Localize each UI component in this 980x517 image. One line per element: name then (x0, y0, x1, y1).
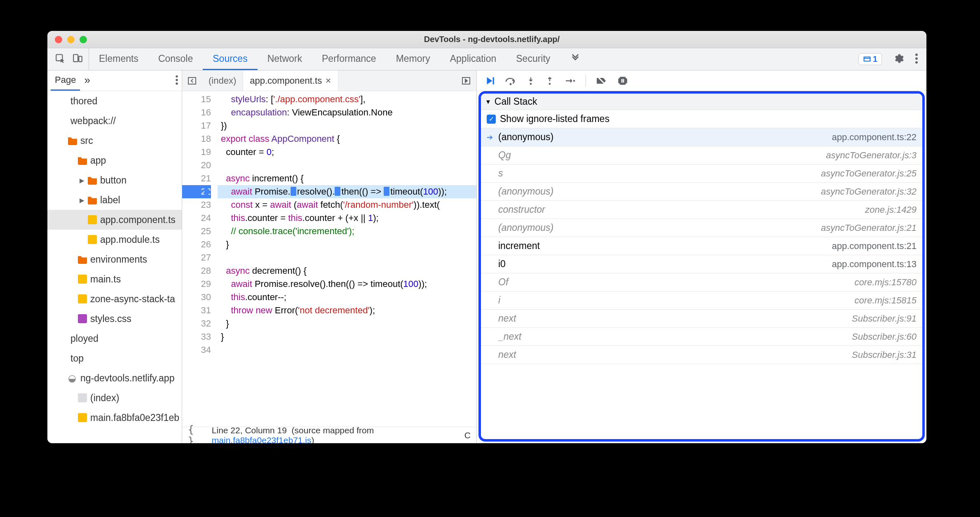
tab-application[interactable]: Application (440, 48, 506, 70)
tab-network[interactable]: Network (258, 48, 312, 70)
call-stack-frame[interactable]: (anonymous)asyncToGenerator.js:32 (481, 183, 922, 201)
tree-item[interactable]: webpack:// (47, 111, 182, 131)
tree-item[interactable]: (index) (47, 388, 182, 408)
frame-function: Qg (498, 150, 822, 161)
pretty-print-icon[interactable]: { } (188, 424, 204, 444)
call-stack-frame[interactable]: incrementapp.component.ts:21 (481, 237, 922, 255)
file-icon (78, 393, 87, 402)
svg-point-6 (176, 75, 178, 77)
tree-item[interactable]: app (47, 150, 182, 170)
navigator-tab-overflow[interactable]: » (80, 70, 94, 91)
tree-item[interactable]: ◒ng-devtools.netlify.app (47, 368, 182, 388)
tree-item-label: (index) (90, 388, 119, 408)
frame-function: (anonymous) (498, 222, 817, 233)
tree-item[interactable]: main.ts (47, 269, 182, 289)
svg-point-12 (510, 83, 512, 85)
show-ignored-frames-row[interactable]: ✓ Show ignore-listed frames (481, 110, 922, 128)
frame-location: asyncToGenerator.js:25 (821, 168, 917, 179)
editor-tab[interactable]: app.component.ts✕ (243, 70, 338, 91)
tab-security[interactable]: Security (506, 48, 560, 70)
code-viewer[interactable]: 1516171819202122232425262728293031323334… (182, 91, 476, 427)
navigator-tab-page[interactable]: Page (51, 70, 80, 91)
zoom-window-icon[interactable] (80, 36, 87, 43)
frame-function: next (498, 313, 848, 324)
inspect-icon[interactable] (55, 53, 66, 66)
tree-item[interactable]: environments (47, 249, 182, 269)
tree-item-label: app.module.ts (100, 230, 159, 249)
tree-item[interactable]: ▸button (47, 170, 182, 190)
tab-performance[interactable]: Performance (312, 48, 386, 70)
more-icon[interactable] (915, 53, 918, 66)
svg-point-15 (573, 80, 575, 82)
tab-elements[interactable]: Elements (89, 48, 148, 70)
call-stack-frame[interactable]: constructorzone.js:1429 (481, 201, 922, 219)
devtools-window: DevTools - ng-devtools.netlify.app/ Elem… (47, 31, 926, 443)
editor-tab[interactable]: (index) (202, 70, 243, 91)
editor-tabs: (index)app.component.ts✕ (182, 70, 476, 91)
deactivate-breakpoints-icon[interactable] (596, 76, 607, 86)
tab-console[interactable]: Console (148, 48, 203, 70)
call-stack-frame[interactable]: icore.mjs:15815 (481, 291, 922, 310)
svg-point-13 (530, 83, 532, 85)
debugger-panel: ▼ Call Stack ✓ Show ignore-listed frames… (477, 70, 926, 443)
navigator-tabs: Page » (47, 70, 182, 91)
frame-location: app.component.ts:13 (832, 259, 917, 270)
settings-icon[interactable] (893, 53, 904, 66)
frame-location: app.component.ts:21 (832, 241, 917, 251)
issues-badge[interactable]: 1 (858, 53, 882, 65)
call-stack-frame[interactable]: QgasyncToGenerator.js:3 (481, 146, 922, 164)
minimize-window-icon[interactable] (67, 36, 75, 43)
folder-icon (88, 195, 97, 204)
editor-nav-back-icon[interactable] (182, 70, 202, 91)
call-stack-frame[interactable]: sasyncToGenerator.js:25 (481, 164, 922, 183)
call-stack-header[interactable]: ▼ Call Stack (481, 94, 922, 110)
navigator-more-icon[interactable] (175, 75, 178, 87)
call-stack-frame[interactable]: Ofcore.mjs:15780 (481, 273, 922, 291)
tab-overflow[interactable] (560, 48, 591, 70)
tab-memory[interactable]: Memory (386, 48, 440, 70)
call-stack-frame[interactable]: nextSubscriber.js:91 (481, 310, 922, 328)
tree-item-label: main.fa8bfa0e23f1eb (90, 408, 179, 428)
device-toggle-icon[interactable] (72, 53, 83, 66)
tree-item[interactable]: ▸label (47, 190, 182, 210)
cursor-position: Line 22, Column 19 (212, 425, 287, 435)
tree-item-label: ng-devtools.netlify.app (80, 368, 174, 388)
svg-point-5 (915, 61, 918, 63)
call-stack-frame[interactable]: i0app.component.ts:13 (481, 255, 922, 273)
tree-item[interactable]: app.module.ts (47, 230, 182, 249)
current-frame-icon: ➔ (487, 133, 494, 142)
file-icon (78, 275, 87, 284)
tree-item[interactable]: src (47, 131, 182, 150)
frame-function: Of (498, 277, 851, 288)
section-title: Call Stack (495, 96, 537, 107)
call-stack-frame[interactable]: (anonymous)asyncToGenerator.js:21 (481, 219, 922, 237)
checkbox-checked-icon[interactable]: ✓ (487, 115, 496, 124)
tree-item[interactable]: thored (47, 91, 182, 111)
tree-item[interactable]: styles.css (47, 309, 182, 329)
cloud-icon: ◒ (68, 368, 77, 388)
pause-on-exceptions-icon[interactable] (617, 75, 628, 86)
tree-item[interactable]: top (47, 348, 182, 368)
step-over-icon[interactable] (505, 75, 516, 86)
source-map-link[interactable]: main.fa8bfa0e23f1eb71.js (212, 435, 312, 444)
tab-sources[interactable]: Sources (203, 48, 257, 70)
tree-item[interactable]: app.component.ts (47, 210, 182, 230)
call-stack-frame[interactable]: nextSubscriber.js:31 (481, 346, 922, 364)
step-into-icon[interactable] (526, 75, 535, 86)
step-out-icon[interactable] (545, 75, 554, 86)
tree-item-label: button (100, 170, 127, 190)
editor-run-snippet-icon[interactable] (456, 70, 476, 91)
resume-icon[interactable] (484, 75, 495, 86)
frame-function: i (498, 295, 851, 306)
close-window-icon[interactable] (55, 36, 62, 43)
call-stack-frame[interactable]: ➔(anonymous)app.component.ts:22 (481, 128, 922, 146)
tree-item[interactable]: zone-async-stack-ta (47, 289, 182, 309)
file-icon (78, 413, 87, 422)
step-icon[interactable] (564, 76, 576, 85)
frame-location: Subscriber.js:60 (852, 331, 917, 342)
file-icon (88, 215, 97, 224)
call-stack-frame[interactable]: _nextSubscriber.js:60 (481, 328, 922, 346)
tree-item[interactable]: main.fa8bfa0e23f1eb (47, 408, 182, 428)
close-tab-icon[interactable]: ✕ (325, 76, 331, 85)
tree-item[interactable]: ployed (47, 329, 182, 348)
